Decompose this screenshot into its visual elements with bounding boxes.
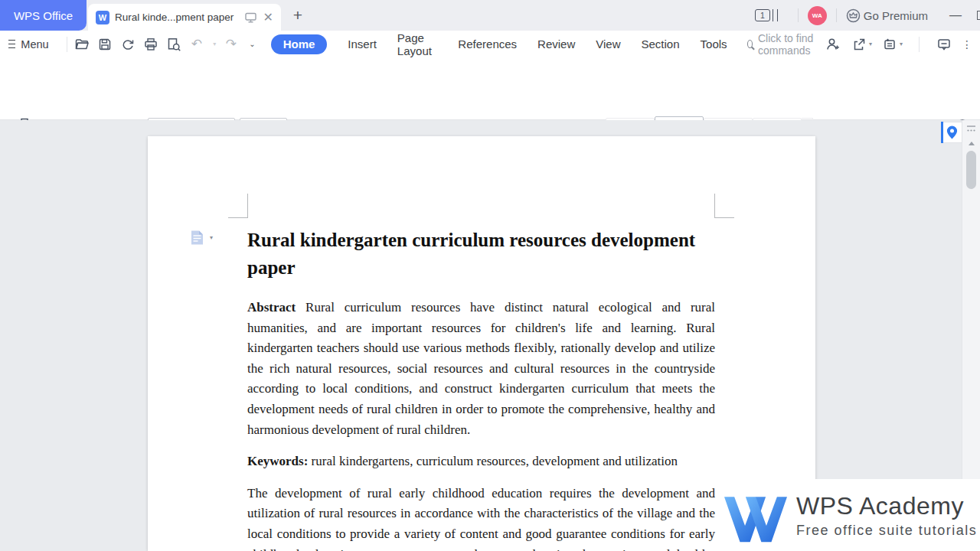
- titlebar-right-controls: 1 WA Go Premium —: [755, 0, 980, 31]
- new-note-caret-icon[interactable]: ▾: [900, 41, 903, 47]
- menu-button[interactable]: Menu: [21, 38, 48, 51]
- tab-screen-icon[interactable]: [245, 12, 256, 23]
- tab-review[interactable]: Review: [537, 37, 575, 51]
- watermark-brand: WPS Academy: [796, 492, 977, 520]
- search-icon: [747, 40, 753, 48]
- save-icon[interactable]: [96, 36, 113, 52]
- command-search[interactable]: Click to find commands: [747, 32, 825, 57]
- open-folder-icon[interactable]: [74, 36, 90, 52]
- user-avatar[interactable]: WA: [808, 6, 827, 25]
- wps-academy-logo: [724, 487, 787, 543]
- tab-tools[interactable]: Tools: [701, 37, 727, 51]
- window-layout-icon[interactable]: 1: [755, 9, 770, 21]
- titlebar: WPS Office W Rural kinde...pment paper ✕…: [0, 0, 980, 31]
- document-tab-title: Rural kinde...pment paper: [115, 11, 240, 23]
- tab-view[interactable]: View: [596, 37, 620, 51]
- new-tab-button[interactable]: +: [288, 5, 308, 26]
- margin-mark-right: [714, 217, 734, 218]
- redo-icon: ↷: [223, 36, 239, 52]
- margin-mark-left: [228, 217, 248, 218]
- hamburger-menu-icon[interactable]: [8, 40, 15, 48]
- share-icon[interactable]: [851, 36, 867, 53]
- comment-icon[interactable]: [936, 36, 952, 53]
- watermark-tagline: Free office suite tutorials: [796, 523, 977, 539]
- maximize-button[interactable]: [977, 11, 980, 20]
- paragraph-abstract[interactable]: Abstract Rural curriculum resources have…: [247, 298, 715, 440]
- navigation-pin-button[interactable]: [941, 122, 962, 143]
- premium-badge-icon: [846, 8, 861, 23]
- menubar-right-icons: ▾ ▾ ⋮: [825, 36, 980, 53]
- go-premium-button[interactable]: Go Premium: [846, 8, 928, 23]
- location-pin-icon: [946, 125, 959, 140]
- quick-access-toolbar: ↶ ▾ ↷ ⌄: [74, 36, 255, 52]
- undo-icon: ↶: [188, 36, 204, 52]
- customize-toolbar-icon[interactable]: ⌄: [249, 40, 255, 48]
- paragraph-doc-icon: [190, 230, 204, 246]
- share-caret-icon[interactable]: ▾: [869, 41, 872, 47]
- export-pdf-icon[interactable]: [119, 36, 136, 52]
- document-page[interactable]: ▾ Rural kindergarten curriculum resource…: [148, 136, 815, 551]
- undo-caret-icon: ▾: [213, 41, 216, 47]
- paragraph-body[interactable]: The development of rural early childhood…: [247, 484, 715, 551]
- paragraph-keywords[interactable]: Keywords: rural kindergartens, curriculu…: [247, 452, 715, 472]
- wps-office-menu-button[interactable]: WPS Office: [0, 0, 87, 31]
- more-options-icon[interactable]: ⋮: [962, 38, 972, 51]
- ruler-toggle-icon[interactable]: [966, 125, 976, 133]
- tab-references[interactable]: References: [458, 37, 517, 51]
- ribbon-home: Paste▾ Cut Copy Format Painter: [0, 57, 980, 120]
- margin-mark-left: [247, 194, 248, 218]
- tab-insert[interactable]: Insert: [348, 37, 377, 51]
- invite-collaborator-icon[interactable]: [825, 36, 841, 53]
- print-icon[interactable]: [142, 36, 158, 52]
- menubar: Menu ↶ ▾ ↷ ⌄ Home Insert Page La: [0, 31, 980, 57]
- tab-section[interactable]: Section: [642, 37, 680, 51]
- wps-office-window: WPS Office W Rural kinde...pment paper ✕…: [0, 0, 980, 551]
- scroll-up-icon[interactable]: [969, 142, 975, 145]
- scrollbar-thumb[interactable]: [966, 151, 976, 189]
- window-layout-bars-icon: [773, 9, 778, 21]
- print-preview-icon[interactable]: [165, 36, 181, 52]
- minimize-button[interactable]: —: [949, 8, 962, 22]
- wps-academy-watermark: WPS Academy Free office suite tutorials: [718, 479, 980, 551]
- document-tab[interactable]: W Rural kinde...pment paper ✕: [88, 4, 281, 31]
- margin-mark-right: [714, 194, 715, 218]
- paragraph-options-caret-icon: ▾: [210, 234, 213, 241]
- writer-doc-icon: W: [96, 11, 109, 24]
- paragraph-options-button[interactable]: ▾: [190, 230, 213, 246]
- document-title[interactable]: Rural kindergarten curriculum resources …: [247, 227, 715, 282]
- new-note-icon[interactable]: [881, 36, 898, 53]
- search-placeholder: Click to find commands: [758, 32, 825, 57]
- document-text[interactable]: Rural kindergarten curriculum resources …: [247, 227, 715, 551]
- tab-home[interactable]: Home: [271, 34, 328, 54]
- tab-close-icon[interactable]: ✕: [262, 11, 275, 24]
- tab-page-layout[interactable]: Page Layout: [397, 31, 438, 57]
